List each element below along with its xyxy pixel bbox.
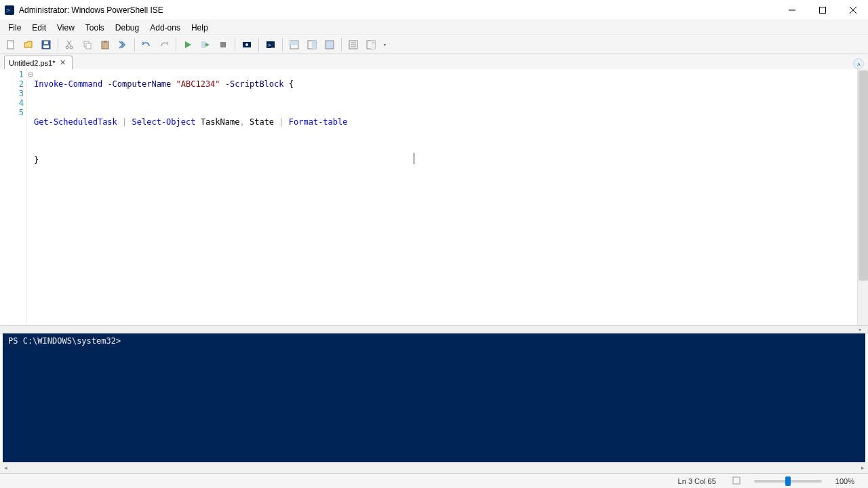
token-brace: { xyxy=(289,79,294,89)
toolbar-separator xyxy=(176,38,176,52)
menu-addons[interactable]: Add-ons xyxy=(144,22,186,34)
window-title: Administrator: Windows PowerShell ISE xyxy=(19,5,776,15)
token-member: TaskName xyxy=(201,117,240,127)
menu-debug[interactable]: Debug xyxy=(110,22,144,34)
svg-rect-9 xyxy=(44,41,48,44)
token-command: Get-ScheduledTask xyxy=(34,117,117,127)
svg-rect-19 xyxy=(220,42,226,47)
token-parameter: -ScriptBlock xyxy=(225,79,284,89)
menu-tools[interactable]: Tools xyxy=(80,22,110,34)
code-area[interactable]: Invoke-Command -ComputerName "ABC1234" -… xyxy=(34,69,857,325)
svg-rect-36 xyxy=(733,477,740,484)
token-command: Invoke-Command xyxy=(34,79,102,89)
token-string: "ABC1234" xyxy=(176,79,220,89)
svg-rect-28 xyxy=(326,41,334,49)
svg-rect-25 xyxy=(290,41,298,45)
zoom-slider-thumb[interactable] xyxy=(785,476,791,486)
svg-point-21 xyxy=(245,43,248,46)
script-tab-active[interactable]: Untitled2.ps1* ✕ xyxy=(4,56,73,69)
token-member: State xyxy=(250,117,274,127)
close-button[interactable] xyxy=(837,0,868,20)
svg-point-12 xyxy=(66,46,68,49)
show-script-max-icon[interactable] xyxy=(321,37,338,53)
clear-console-icon[interactable] xyxy=(115,37,131,53)
undo-icon[interactable] xyxy=(138,37,155,53)
new-file-icon[interactable] xyxy=(3,37,19,53)
maximize-button[interactable] xyxy=(807,0,837,20)
token-pipe: | xyxy=(122,117,127,127)
show-script-right-icon[interactable] xyxy=(304,37,320,53)
app-icon: > xyxy=(4,5,15,16)
statusbar: Ln 3 Col 65 100% xyxy=(0,473,868,488)
minimize-button[interactable] xyxy=(776,0,807,20)
run-script-icon[interactable] xyxy=(180,37,196,53)
token-parameter: -ComputerName xyxy=(107,79,171,89)
show-command-addon-icon[interactable] xyxy=(363,37,379,53)
token-comma: , xyxy=(239,117,244,127)
script-tabbar: Untitled2.ps1* ✕ ᴧ xyxy=(0,54,868,69)
token-command: Format-table xyxy=(289,117,348,127)
menu-file[interactable]: File xyxy=(3,22,26,34)
toolbar-separator xyxy=(282,38,283,52)
toolbar-separator xyxy=(235,38,235,52)
line-number: 3 xyxy=(0,89,26,98)
show-script-top-icon[interactable] xyxy=(286,37,302,53)
toolbar-separator xyxy=(258,38,259,52)
fold-column: ⊟ xyxy=(27,69,34,325)
line-number-gutter: 1 2 3 4 5 xyxy=(0,69,27,325)
svg-rect-3 xyxy=(819,7,825,13)
toolbar-overflow-icon[interactable]: ▾ xyxy=(380,42,389,47)
show-command-icon[interactable] xyxy=(345,37,361,53)
new-remote-tab-icon[interactable] xyxy=(239,37,255,53)
tab-close-icon[interactable]: ✕ xyxy=(58,58,68,68)
svg-rect-17 xyxy=(104,41,106,43)
scrollbar-thumb[interactable] xyxy=(859,70,868,281)
line-number: 2 xyxy=(0,79,26,89)
menubar: File Edit View Tools Debug Add-ons Help xyxy=(0,20,868,35)
svg-rect-34 xyxy=(371,41,375,49)
copy-icon[interactable] xyxy=(79,37,96,53)
collapse-script-pane-icon[interactable]: ᴧ xyxy=(853,58,864,69)
char-encoding-icon xyxy=(724,476,749,486)
svg-rect-8 xyxy=(43,45,49,48)
toolbar: >_ ▾ xyxy=(0,35,868,54)
redo-icon[interactable] xyxy=(156,37,172,53)
svg-rect-27 xyxy=(312,41,316,49)
stop-icon[interactable] xyxy=(215,37,231,53)
run-selection-icon[interactable] xyxy=(197,37,214,53)
svg-text:>: > xyxy=(6,7,10,14)
fold-toggle-icon[interactable]: ⊟ xyxy=(27,70,34,79)
zoom-slider[interactable] xyxy=(754,480,822,483)
scroll-right-icon[interactable]: ▸ xyxy=(857,464,868,471)
scroll-left-icon[interactable]: ◂ xyxy=(0,464,11,471)
editor-scrollbar[interactable] xyxy=(857,69,868,325)
svg-rect-15 xyxy=(86,43,91,49)
titlebar: > Administrator: Windows PowerShell ISE xyxy=(0,0,868,20)
pane-splitter[interactable]: ▾ xyxy=(0,325,868,333)
cursor-position: Ln 3 Col 65 xyxy=(670,477,724,485)
toolbar-separator xyxy=(58,38,58,52)
cut-icon[interactable] xyxy=(62,37,78,53)
token-pipe: | xyxy=(279,117,283,127)
line-number: 1 xyxy=(0,70,26,79)
menu-edit[interactable]: Edit xyxy=(26,22,52,34)
svg-text:>_: >_ xyxy=(268,42,275,48)
console-prompt: PS C:\WINDOWS\system32> xyxy=(8,336,121,346)
zoom-level: 100% xyxy=(827,477,863,485)
save-file-icon[interactable] xyxy=(38,37,54,53)
menu-view[interactable]: View xyxy=(52,22,80,34)
horizontal-scrollbar[interactable]: ◂ ▸ xyxy=(0,462,868,473)
svg-point-13 xyxy=(70,46,73,49)
line-number: 4 xyxy=(0,98,26,108)
menu-help[interactable]: Help xyxy=(186,22,214,34)
toolbar-separator xyxy=(134,38,135,52)
open-file-icon[interactable] xyxy=(20,37,37,53)
svg-rect-18 xyxy=(201,41,205,48)
tab-label: Untitled2.ps1* xyxy=(9,59,56,67)
start-powershell-icon[interactable]: >_ xyxy=(262,37,279,53)
script-editor[interactable]: 1 2 3 4 5 ⊟ Invoke-Command -ComputerName… xyxy=(0,69,868,325)
line-number: 5 xyxy=(0,108,26,117)
console-pane[interactable]: PS C:\WINDOWS\system32> xyxy=(3,333,865,462)
token-brace: } xyxy=(34,155,39,165)
paste-icon[interactable] xyxy=(97,37,113,53)
